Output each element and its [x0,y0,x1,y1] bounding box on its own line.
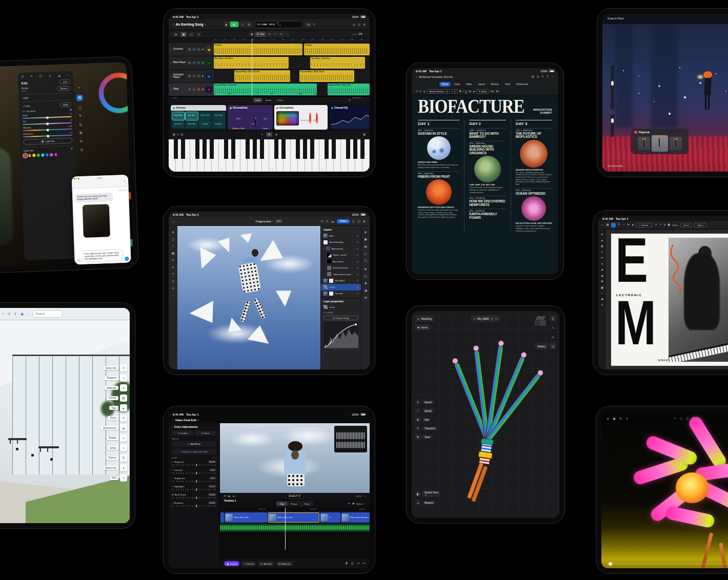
edit-slider[interactable]: Vibrance+ 14 [23,125,72,131]
font-picker[interactable]: Antipol Medium▾ [427,89,450,94]
panel-icon[interactable]: ◕ [120,384,127,391]
loop-icon[interactable]: ↻ [619,417,622,420]
tracks-view-icon[interactable]: ▦ [180,32,187,37]
swatch-blue[interactable] [46,153,49,156]
record-enable-button[interactable]: R [197,48,200,51]
presets-icon[interactable]: ▤ [76,94,83,100]
more-icon[interactable]: ⋯ [622,223,625,226]
editor-button[interactable]: ✎ Editor [476,89,489,94]
panel-button[interactable]: Shadows ◑ [101,375,127,382]
region[interactable]: Keyboard Player - Block Chords [299,70,354,82]
auto-button[interactable]: Auto [60,79,71,85]
color-mix-button[interactable]: Color mix [23,138,72,145]
measure-button[interactable]: ⊿ Measure [415,500,440,506]
frame-icon[interactable]: ▢ [680,417,682,420]
mute-button[interactable]: M [188,88,191,91]
panel-icon[interactable]: ∞ [120,434,127,442]
solo-button[interactable]: S [192,48,196,51]
tool-button[interactable]: ✛ Transform [415,425,437,431]
help-icon[interactable]: ⓘ [357,220,360,223]
home-icon[interactable]: ⌂ [474,317,475,320]
eye-icon[interactable]: ⊙ [357,260,358,263]
region[interactable]: Drummer [304,44,370,55]
eye-icon[interactable]: ⊙ [357,292,358,295]
highlight-icon[interactable]: ▰ [473,90,475,93]
grid-icon[interactable]: ▦ [606,223,609,226]
layer-row[interactable]: Yellow desaturation⊙ [321,271,361,278]
metronome-tool[interactable]: ◔ [285,32,289,37]
tool-icon[interactable]: ✱ [601,298,603,301]
layer-row[interactable]: Blue match⊙ [321,258,361,265]
swatch-red[interactable] [24,154,27,157]
add-attachment-button[interactable]: + [76,258,81,262]
back-icon[interactable]: ‹ [416,75,417,79]
back-icon[interactable]: ‹ [3,312,4,316]
section-view-button[interactable]: ◧ Section ViewOff [415,490,440,497]
edit-slider[interactable]: Temp0 [22,113,71,119]
tool-icon[interactable]: ▣ [601,286,603,289]
ribbon-tab[interactable]: View [502,82,513,87]
align-icon[interactable]: ☰▾ [491,90,494,93]
add-mask-button[interactable]: + Add Mask [172,441,216,447]
curves-editor[interactable] [323,322,358,348]
color-section[interactable]: Color [25,105,30,107]
count-in-badge[interactable]: +34 [305,22,311,27]
playhead[interactable] [252,38,252,96]
alchemy-snapshot-cell[interactable]: Dark Arp [199,120,212,128]
viewer[interactable] [220,423,370,493]
drag-on-image-button[interactable]: ◎Drag on image [323,316,358,320]
panel-icon[interactable]: ✦ [120,415,127,422]
tool-button[interactable]: ◠ Sketch [415,408,437,414]
overwrite-icon[interactable]: ▣ [352,503,354,505]
swatch-green[interactable] [37,154,40,157]
eyedropper-icon[interactable]: ◢ [70,109,71,111]
tab-edge[interactable]: Edge [301,502,313,506]
region[interactable]: Keyboard Player - Simple PadCAmFGDmCAmG [214,84,317,95]
tool-icon[interactable]: ✕ [601,303,603,306]
tool-icon[interactable]: T [172,273,174,276]
warning-icon[interactable]: ⚠ [313,23,315,26]
adjustment-slider[interactable]: ◩Black Point15.44 [172,493,216,499]
share-button[interactable]: Share [337,219,350,223]
loop-tool[interactable]: ↻ [267,32,272,37]
adjustment-slider[interactable]: ☀Exposure45.59 [172,460,216,466]
eye-icon[interactable]: ⊙ [357,273,358,276]
node-tool-icon[interactable]: ▲ [632,223,634,226]
send-button[interactable]: ↑ [125,257,129,261]
plugin-alchemy[interactable]: Alchemy Bright SynthEpic SynthMetallic S… [171,105,226,130]
wet-knob[interactable] [316,113,318,123]
tool-button[interactable]: ⊞ Add [415,417,437,423]
plugin-channel-eq[interactable]: Channel EQ [329,105,370,130]
info-icon[interactable]: ⓘ [39,75,42,78]
timeline-scrubber[interactable] [606,563,728,565]
clip-selected[interactable]: Skyline_Blue_Close [268,512,319,523]
sync-icon[interactable]: ◎ [491,317,493,320]
panel-icon[interactable]: ⓘ [364,259,367,263]
list-icon[interactable]: ≣▾ [496,90,499,93]
tool-icon[interactable]: ⊙ [172,286,174,290]
browser-icon[interactable]: ▤ [173,32,179,37]
masking-icon[interactable]: ◍ [79,131,83,135]
panel-icon[interactable]: ◑ [120,375,127,382]
play-icon[interactable]: ▷ [674,417,676,420]
share-icon[interactable]: ↥ [547,75,549,78]
eye-icon[interactable]: ⊙ [357,247,358,250]
tool-icon[interactable]: ✦ [601,262,603,265]
ribbon-tab[interactable]: Home [439,82,451,87]
region[interactable]: Keyboard Player - Broken Chords [234,70,290,82]
region[interactable]: Bass Player - Indie Disco [214,57,289,69]
panel-button[interactable]: Display ∞ [101,434,127,442]
extract-icon[interactable]: ◫ [351,562,354,565]
tool-icon[interactable]: ⋯ [172,294,175,297]
search-icon[interactable]: ⚲ [541,75,545,79]
alchemy-snapshot-cell[interactable]: Epic Synth [186,112,198,120]
eye-icon[interactable]: ⊙ [357,235,358,237]
zoom-badge[interactable]: 34% [275,219,282,223]
record-enable-button[interactable]: R [197,74,200,78]
flipbook-panel[interactable]: Flipbook [631,129,689,154]
layer-row-selected[interactable]: Curve⊙ [321,284,361,291]
tool-icon[interactable]: ✦ [172,265,174,269]
panel-button[interactable]: Outliner ☰ [101,454,127,462]
volume-button[interactable]: ◁ Volume [241,561,256,566]
distance-input[interactable] [33,310,63,318]
